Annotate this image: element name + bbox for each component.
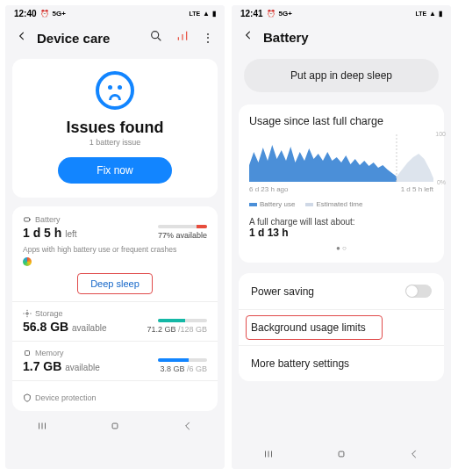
battery-icon: ▮ — [212, 10, 216, 18]
usage-chart[interactable]: 100 0% — [249, 134, 433, 182]
lte-icon: LTE — [415, 11, 426, 17]
search-icon[interactable] — [149, 29, 163, 47]
back-nav-icon[interactable] — [182, 420, 194, 436]
device-care-screen: 12:40 ⏰ 5G+ LTE ▲ ▮ Device care ⋮ — [5, 5, 225, 469]
recents-icon[interactable] — [262, 448, 275, 464]
header: Battery — [232, 22, 451, 52]
svg-rect-4 — [112, 423, 118, 429]
legend-battery-use: Battery use — [249, 200, 295, 208]
storage-label: Storage — [23, 309, 207, 318]
more-battery-settings-row[interactable]: More battery settings — [239, 346, 444, 381]
storage-value: 56.8 GB available — [23, 320, 107, 334]
issue-subtitle: 1 battery issue — [23, 138, 207, 147]
memory-label: Memory — [23, 349, 207, 357]
status-bar: 12:41 ⏰ 5G+ LTE ▲ ▮ — [232, 5, 451, 22]
alarm-icon: ⏰ — [40, 10, 49, 18]
legend-estimated: Estimated time — [305, 200, 362, 208]
issue-title: Issues found — [23, 119, 207, 137]
chart-x-left: 6 d 23 h ago — [249, 185, 288, 193]
status-bar: 12:40 ⏰ 5G+ LTE ▲ ▮ — [5, 5, 225, 22]
battery-screen: 12:41 ⏰ 5G+ LTE ▲ ▮ Battery Put app in d… — [232, 5, 451, 469]
status-time: 12:41 — [240, 9, 263, 18]
sad-face-icon — [96, 71, 134, 110]
header: Device care ⋮ — [5, 22, 225, 54]
nav-bar — [5, 415, 225, 441]
net-icon: 5G+ — [279, 10, 292, 18]
net-icon: 5G+ — [53, 10, 66, 18]
home-icon[interactable] — [335, 448, 347, 464]
background-usage-limits-row[interactable]: Background usage limits — [239, 310, 444, 346]
svg-marker-5 — [249, 145, 397, 182]
status-time: 12:40 — [14, 9, 37, 18]
device-protection-label: Device protection — [23, 388, 207, 402]
page-title: Battery — [263, 30, 309, 45]
svg-rect-3 — [25, 351, 30, 356]
svg-point-0 — [152, 32, 159, 39]
battery-pct: 77% available — [158, 231, 207, 240]
usage-card: Usage since last full charge 100 0% 6 d … — [239, 105, 444, 263]
signal-icon: ▲ — [429, 10, 436, 18]
storage-bar — [158, 319, 207, 322]
back-nav-icon[interactable] — [408, 448, 420, 464]
svg-rect-1 — [25, 218, 30, 221]
deep-sleep-button[interactable]: Deep sleep — [77, 273, 153, 294]
page-dots[interactable]: ● ○ — [249, 244, 433, 252]
back-icon[interactable] — [16, 30, 28, 46]
lte-icon: LTE — [189, 11, 200, 17]
fix-now-button[interactable]: Fix now — [58, 157, 171, 184]
apps-note: Apps with high battery use or frequent c… — [23, 245, 207, 254]
app-icon — [23, 257, 32, 266]
stats-card: Battery 1 d 5 h left 77% available Apps … — [12, 206, 218, 411]
svg-marker-6 — [397, 154, 433, 182]
alarm-icon: ⏰ — [267, 10, 276, 18]
nav-bar — [232, 443, 451, 469]
home-icon[interactable] — [109, 420, 121, 436]
power-saving-row[interactable]: Power saving — [239, 273, 444, 310]
bars-icon[interactable] — [175, 29, 190, 47]
svg-point-2 — [26, 313, 29, 315]
battery-label: Battery — [23, 215, 207, 224]
recents-icon[interactable] — [36, 420, 48, 436]
page-title: Device care — [37, 31, 110, 46]
put-deep-sleep-button[interactable]: Put app in deep sleep — [244, 59, 439, 92]
memory-value: 1.7 GB available — [23, 359, 100, 373]
full-charge-label: A full charge will last about: — [249, 217, 433, 227]
more-icon[interactable]: ⋮ — [202, 31, 214, 45]
signal-icon: ▲ — [203, 10, 210, 18]
svg-rect-8 — [339, 451, 344, 457]
battery-icon: ▮ — [439, 10, 442, 18]
full-charge-value: 1 d 13 h — [249, 227, 433, 239]
settings-list: Power saving Background usage limits Mor… — [239, 273, 444, 381]
back-icon[interactable] — [242, 29, 254, 45]
memory-bar — [158, 358, 207, 362]
battery-time: 1 d 5 h left — [23, 226, 77, 240]
battery-bar — [158, 225, 207, 228]
power-saving-toggle[interactable] — [405, 285, 432, 298]
chart-x-right: 1 d 5 h left — [401, 185, 433, 193]
usage-title: Usage since last full charge — [249, 115, 433, 127]
issue-card: Issues found 1 battery issue Fix now — [12, 59, 218, 198]
